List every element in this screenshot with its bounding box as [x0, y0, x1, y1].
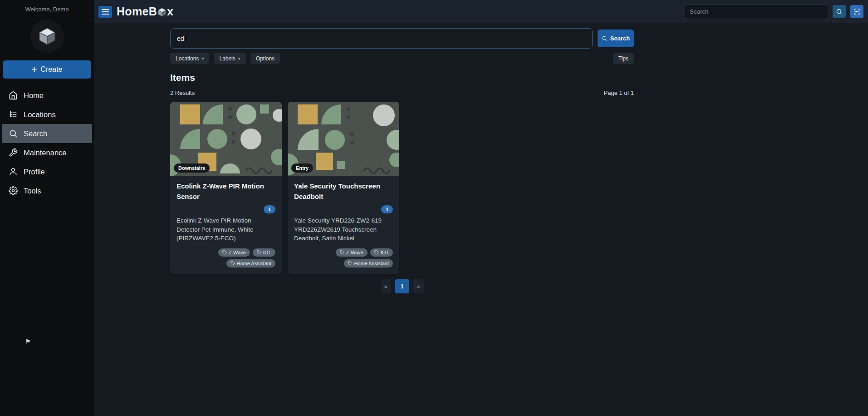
tag-icon — [348, 261, 353, 266]
qr-scan-icon — [853, 8, 860, 15]
filter-locations-button[interactable]: Locations ▾ — [170, 53, 209, 64]
tree-icon — [9, 110, 18, 119]
tag-badge[interactable]: Z-Wave — [336, 248, 368, 257]
tips-label: Tips — [618, 55, 628, 62]
tips-button[interactable]: Tips — [613, 53, 634, 64]
plus-icon: + — [32, 65, 37, 74]
box-brand-icon — [157, 7, 167, 18]
tag-label: Home Assistant — [354, 261, 389, 266]
tag-label: Z-Wave — [346, 250, 363, 255]
filter-label: Options — [256, 55, 275, 62]
main-area: HomeB x ed — [94, 0, 868, 416]
item-card[interactable]: Downstairs Ecolink Z-Wave PIR Motion Sen… — [170, 102, 282, 274]
tag-icon — [340, 250, 344, 255]
search-input[interactable]: ed — [170, 28, 593, 49]
pagination-next-button[interactable]: » — [413, 279, 424, 293]
tag-label: Home Assistant — [237, 261, 271, 266]
create-button-label: Create — [40, 65, 62, 74]
filter-labels-button[interactable]: Labels ▾ — [214, 53, 245, 64]
item-title: Ecolink Z-Wave PIR Motion Sensor — [177, 181, 275, 202]
sidebar: Welcome, Demo + Create Home Locations — [0, 0, 94, 416]
text-cursor — [185, 35, 185, 42]
sidebar-nav: Home Locations Search Maintenance Profil… — [0, 86, 94, 200]
sidebar-item-tools[interactable]: Tools — [2, 181, 92, 200]
person-icon — [9, 167, 18, 176]
pagination-prev-button[interactable]: « — [381, 279, 391, 293]
pagination: « 1 » — [170, 279, 634, 293]
tag-badge[interactable]: IOT — [253, 248, 275, 257]
item-description: Yale Security YRD226-ZW2-619 YRD226ZW261… — [294, 216, 393, 243]
qr-scan-button[interactable] — [850, 5, 863, 18]
item-tags: Z-Wave IOT Home Assistant — [177, 243, 275, 267]
sidebar-item-label: Profile — [24, 168, 45, 176]
content-column: ed Search Locations ▾ Labels ▾ Options — [170, 23, 634, 293]
page-title: Items — [170, 72, 634, 83]
brand-prefix: HomeB — [117, 5, 157, 18]
tag-icon — [222, 250, 227, 255]
topbar-search-input[interactable] — [685, 5, 828, 19]
tag-badge[interactable]: Z-Wave — [218, 248, 250, 257]
pagination-page-1-button[interactable]: 1 — [395, 279, 409, 293]
app-brand: HomeB x — [117, 5, 173, 18]
sidebar-footer-partial-icon: ⚑ — [25, 338, 31, 345]
tag-badge[interactable]: Home Assistant — [344, 259, 393, 267]
sidebar-item-label: Home — [24, 91, 44, 100]
filter-options-button[interactable]: Options — [250, 53, 280, 64]
search-icon — [9, 129, 18, 138]
sidebar-item-label: Tools — [24, 187, 41, 195]
tag-icon — [257, 250, 261, 255]
location-badge[interactable]: Downstairs — [174, 163, 210, 173]
sidebar-item-search[interactable]: Search — [2, 124, 92, 143]
item-title: Yale Security Touchscreen Deadbolt — [294, 181, 393, 202]
box-logo-icon — [37, 26, 58, 47]
topbar: HomeB x — [94, 0, 868, 23]
item-image[interactable]: Downstairs — [170, 102, 282, 176]
topbar-search-button[interactable] — [833, 5, 846, 18]
wrench-icon — [9, 148, 18, 157]
search-button[interactable]: Search — [598, 30, 634, 47]
item-description: Ecolink Z-Wave PIR Motion Detector Pet I… — [177, 216, 275, 243]
quantity-badge: 1 — [381, 205, 393, 213]
sidebar-item-label: Locations — [24, 110, 56, 119]
brand-suffix: x — [167, 5, 173, 18]
tag-badge[interactable]: Home Assistant — [226, 259, 275, 267]
welcome-text: Welcome, Demo — [0, 0, 94, 13]
filter-label: Locations — [176, 55, 199, 62]
search-icon — [836, 8, 843, 15]
filter-label: Labels — [219, 55, 235, 62]
sidebar-item-locations[interactable]: Locations — [2, 105, 92, 124]
create-button[interactable]: + Create — [3, 60, 91, 79]
item-image[interactable]: Entry — [288, 102, 399, 176]
search-input-value: ed — [177, 35, 184, 42]
results-grid: Downstairs Ecolink Z-Wave PIR Motion Sen… — [170, 102, 634, 274]
search-button-label: Search — [610, 35, 630, 42]
item-tags: Z-Wave IOT Home Assistant — [294, 243, 393, 267]
results-count: 2 Results — [170, 89, 195, 96]
tag-label: Z-Wave — [229, 250, 246, 255]
page-indicator: Page 1 of 1 — [604, 89, 634, 96]
hamburger-menu-button[interactable] — [98, 6, 112, 18]
sidebar-item-home[interactable]: Home — [2, 86, 92, 105]
tag-badge[interactable]: IOT — [370, 248, 393, 257]
tag-label: IOT — [381, 250, 389, 255]
item-card[interactable]: Entry Yale Security Touchscreen Deadbolt… — [288, 102, 399, 274]
sidebar-item-label: Maintenance — [24, 149, 66, 157]
home-icon — [9, 91, 18, 100]
gear-icon — [9, 186, 18, 195]
tag-label: IOT — [263, 250, 271, 255]
tag-icon — [230, 261, 235, 266]
homebox-logo — [30, 20, 64, 53]
quantity-badge: 1 — [264, 205, 275, 213]
chevron-down-icon: ▾ — [201, 56, 204, 61]
sidebar-item-label: Search — [24, 129, 47, 138]
sidebar-item-profile[interactable]: Profile — [2, 162, 92, 181]
location-badge[interactable]: Entry — [291, 163, 313, 173]
tag-icon — [374, 250, 379, 255]
sidebar-item-maintenance[interactable]: Maintenance — [2, 143, 92, 162]
search-icon — [602, 35, 608, 41]
chevron-down-icon: ▾ — [238, 56, 240, 61]
